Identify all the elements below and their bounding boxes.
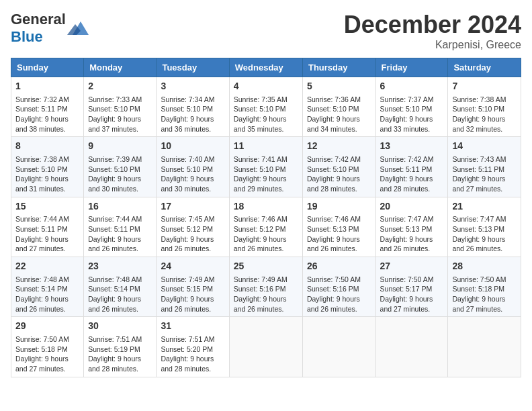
calendar-cell: 10Sunrise: 7:40 AMSunset: 5:10 PMDayligh… bbox=[157, 137, 229, 197]
day-number: 2 bbox=[88, 80, 152, 93]
calendar-cell: 31Sunrise: 7:51 AMSunset: 5:20 PMDayligh… bbox=[157, 317, 229, 377]
day-info: Sunrise: 7:44 AMSunset: 5:11 PMDaylight:… bbox=[15, 214, 79, 254]
day-number: 20 bbox=[380, 200, 444, 214]
page-header: General Blue December 2024 Karpenisi, Gr… bbox=[11, 11, 521, 51]
calendar-cell: 24Sunrise: 7:49 AMSunset: 5:15 PMDayligh… bbox=[157, 257, 229, 317]
day-number: 28 bbox=[452, 260, 517, 273]
calendar-cell: 15Sunrise: 7:44 AMSunset: 5:11 PMDayligh… bbox=[11, 197, 84, 257]
weekday-header-friday: Friday bbox=[375, 58, 448, 77]
calendar-cell: 3Sunrise: 7:34 AMSunset: 5:10 PMDaylight… bbox=[157, 77, 229, 137]
calendar-cell: 7Sunrise: 7:38 AMSunset: 5:10 PMDaylight… bbox=[448, 77, 521, 137]
day-number: 5 bbox=[307, 80, 371, 93]
day-info: Sunrise: 7:33 AMSunset: 5:10 PMDaylight:… bbox=[88, 95, 152, 134]
calendar-cell: 9Sunrise: 7:39 AMSunset: 5:10 PMDaylight… bbox=[84, 137, 157, 197]
logo-icon bbox=[67, 19, 89, 38]
calendar-cell: 12Sunrise: 7:42 AMSunset: 5:10 PMDayligh… bbox=[302, 137, 375, 197]
day-info: Sunrise: 7:35 AMSunset: 5:10 PMDaylight:… bbox=[234, 95, 298, 134]
day-info: Sunrise: 7:36 AMSunset: 5:10 PMDaylight:… bbox=[307, 95, 371, 134]
calendar-table: SundayMondayTuesdayWednesdayThursdayFrid… bbox=[11, 58, 521, 377]
day-info: Sunrise: 7:50 AMSunset: 5:17 PMDaylight:… bbox=[380, 275, 444, 314]
calendar-cell: 29Sunrise: 7:50 AMSunset: 5:18 PMDayligh… bbox=[11, 317, 84, 377]
day-number: 31 bbox=[161, 320, 224, 333]
day-number: 14 bbox=[452, 140, 517, 153]
day-number: 7 bbox=[452, 80, 517, 93]
day-number: 11 bbox=[234, 140, 298, 153]
calendar-cell: 6Sunrise: 7:37 AMSunset: 5:10 PMDaylight… bbox=[375, 77, 448, 137]
calendar-cell: 1Sunrise: 7:32 AMSunset: 5:11 PMDaylight… bbox=[11, 77, 84, 137]
calendar-cell: 4Sunrise: 7:35 AMSunset: 5:10 PMDaylight… bbox=[229, 77, 302, 137]
day-number: 12 bbox=[307, 140, 371, 153]
day-number: 23 bbox=[88, 260, 152, 273]
day-info: Sunrise: 7:42 AMSunset: 5:10 PMDaylight:… bbox=[307, 154, 371, 194]
day-info: Sunrise: 7:50 AMSunset: 5:18 PMDaylight:… bbox=[15, 334, 79, 374]
weekday-header-saturday: Saturday bbox=[448, 58, 521, 77]
title-block: December 2024 Karpenisi, Greece bbox=[344, 11, 521, 51]
month-title: December 2024 bbox=[344, 11, 521, 39]
day-info: Sunrise: 7:47 AMSunset: 5:13 PMDaylight:… bbox=[452, 214, 517, 254]
day-number: 1 bbox=[15, 80, 79, 93]
logo: General Blue bbox=[11, 11, 89, 46]
calendar-cell: 18Sunrise: 7:46 AMSunset: 5:12 PMDayligh… bbox=[229, 197, 302, 257]
weekday-header-wednesday: Wednesday bbox=[229, 58, 302, 77]
day-info: Sunrise: 7:51 AMSunset: 5:20 PMDaylight:… bbox=[161, 334, 224, 374]
day-number: 15 bbox=[15, 200, 79, 214]
day-number: 9 bbox=[88, 140, 152, 153]
day-info: Sunrise: 7:43 AMSunset: 5:11 PMDaylight:… bbox=[452, 154, 517, 194]
calendar-cell: 11Sunrise: 7:41 AMSunset: 5:10 PMDayligh… bbox=[229, 137, 302, 197]
calendar-cell: 5Sunrise: 7:36 AMSunset: 5:10 PMDaylight… bbox=[302, 77, 375, 137]
calendar-cell bbox=[448, 317, 521, 377]
day-number: 26 bbox=[307, 260, 371, 273]
day-number: 16 bbox=[88, 200, 152, 214]
day-number: 21 bbox=[452, 200, 517, 214]
day-number: 30 bbox=[88, 320, 152, 333]
day-info: Sunrise: 7:39 AMSunset: 5:10 PMDaylight:… bbox=[88, 154, 152, 194]
day-number: 17 bbox=[161, 200, 224, 214]
location: Karpenisi, Greece bbox=[344, 39, 521, 51]
calendar-cell: 17Sunrise: 7:45 AMSunset: 5:12 PMDayligh… bbox=[157, 197, 229, 257]
calendar-cell: 25Sunrise: 7:49 AMSunset: 5:16 PMDayligh… bbox=[229, 257, 302, 317]
day-info: Sunrise: 7:50 AMSunset: 5:16 PMDaylight:… bbox=[307, 275, 371, 314]
calendar-cell: 27Sunrise: 7:50 AMSunset: 5:17 PMDayligh… bbox=[375, 257, 448, 317]
day-number: 10 bbox=[161, 140, 224, 153]
day-number: 22 bbox=[15, 260, 79, 273]
weekday-header-monday: Monday bbox=[84, 58, 157, 77]
day-info: Sunrise: 7:40 AMSunset: 5:10 PMDaylight:… bbox=[161, 154, 224, 194]
day-info: Sunrise: 7:38 AMSunset: 5:10 PMDaylight:… bbox=[452, 95, 517, 134]
weekday-header-sunday: Sunday bbox=[11, 58, 84, 77]
day-info: Sunrise: 7:37 AMSunset: 5:10 PMDaylight:… bbox=[380, 95, 444, 134]
day-info: Sunrise: 7:44 AMSunset: 5:11 PMDaylight:… bbox=[88, 214, 152, 254]
day-number: 6 bbox=[380, 80, 444, 93]
day-info: Sunrise: 7:49 AMSunset: 5:15 PMDaylight:… bbox=[161, 275, 224, 314]
calendar-cell: 14Sunrise: 7:43 AMSunset: 5:11 PMDayligh… bbox=[448, 137, 521, 197]
calendar-cell: 23Sunrise: 7:48 AMSunset: 5:14 PMDayligh… bbox=[84, 257, 157, 317]
day-info: Sunrise: 7:45 AMSunset: 5:12 PMDaylight:… bbox=[161, 214, 224, 254]
day-info: Sunrise: 7:48 AMSunset: 5:14 PMDaylight:… bbox=[88, 275, 152, 314]
day-info: Sunrise: 7:47 AMSunset: 5:13 PMDaylight:… bbox=[380, 214, 444, 254]
day-number: 18 bbox=[234, 200, 298, 214]
day-number: 19 bbox=[307, 200, 371, 214]
day-info: Sunrise: 7:42 AMSunset: 5:11 PMDaylight:… bbox=[380, 154, 444, 194]
calendar-cell: 13Sunrise: 7:42 AMSunset: 5:11 PMDayligh… bbox=[375, 137, 448, 197]
day-info: Sunrise: 7:41 AMSunset: 5:10 PMDaylight:… bbox=[234, 154, 298, 194]
weekday-header-thursday: Thursday bbox=[302, 58, 375, 77]
day-info: Sunrise: 7:46 AMSunset: 5:13 PMDaylight:… bbox=[307, 214, 371, 254]
calendar-cell: 28Sunrise: 7:50 AMSunset: 5:18 PMDayligh… bbox=[448, 257, 521, 317]
day-info: Sunrise: 7:38 AMSunset: 5:10 PMDaylight:… bbox=[15, 154, 79, 194]
day-number: 3 bbox=[161, 80, 224, 93]
calendar-cell: 22Sunrise: 7:48 AMSunset: 5:14 PMDayligh… bbox=[11, 257, 84, 317]
calendar-cell: 21Sunrise: 7:47 AMSunset: 5:13 PMDayligh… bbox=[448, 197, 521, 257]
day-info: Sunrise: 7:51 AMSunset: 5:19 PMDaylight:… bbox=[88, 334, 152, 374]
calendar-cell bbox=[229, 317, 302, 377]
calendar-cell: 16Sunrise: 7:44 AMSunset: 5:11 PMDayligh… bbox=[84, 197, 157, 257]
day-number: 24 bbox=[161, 260, 224, 273]
calendar-cell: 8Sunrise: 7:38 AMSunset: 5:10 PMDaylight… bbox=[11, 137, 84, 197]
day-number: 4 bbox=[234, 80, 298, 93]
calendar-cell: 2Sunrise: 7:33 AMSunset: 5:10 PMDaylight… bbox=[84, 77, 157, 137]
day-number: 29 bbox=[15, 320, 79, 333]
calendar-cell bbox=[375, 317, 448, 377]
calendar-cell: 19Sunrise: 7:46 AMSunset: 5:13 PMDayligh… bbox=[302, 197, 375, 257]
calendar-cell: 20Sunrise: 7:47 AMSunset: 5:13 PMDayligh… bbox=[375, 197, 448, 257]
day-info: Sunrise: 7:50 AMSunset: 5:18 PMDaylight:… bbox=[452, 275, 517, 314]
day-info: Sunrise: 7:48 AMSunset: 5:14 PMDaylight:… bbox=[15, 275, 79, 314]
weekday-header-tuesday: Tuesday bbox=[157, 58, 229, 77]
